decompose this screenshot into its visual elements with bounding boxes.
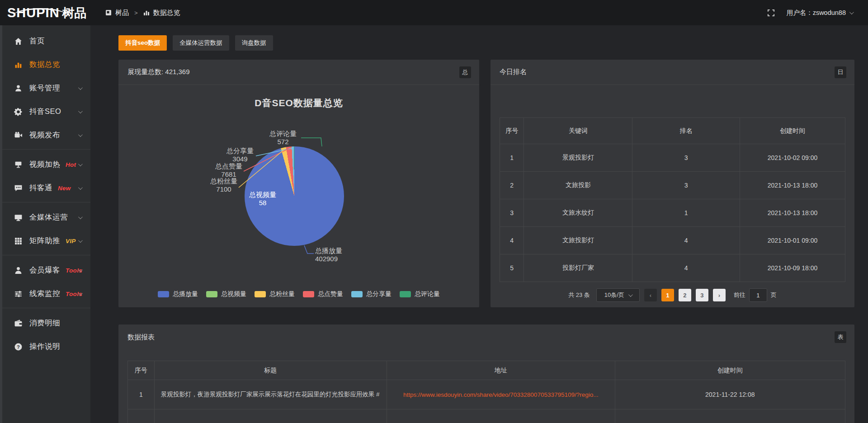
sidebar-item-lead-monitor[interactable]: 线索监控 Tools [2, 282, 90, 306]
chart-panel: 展现量总数: 421,369 总 D音SEO数据量总览 总评论量 572 总分享… [118, 60, 479, 307]
sidebar-item-data-overview[interactable]: 数据总览 [2, 53, 90, 76]
cell-created: 2021-10-09 18:00 [740, 254, 845, 282]
chevron-down-icon [78, 132, 83, 137]
sidebar-item-home[interactable]: 首页 [2, 29, 90, 53]
user-menu[interactable]: 用户名：zswodun88 [787, 9, 853, 17]
sidebar-divider [2, 202, 90, 202]
legend-item-plays[interactable]: 总播放量 [158, 290, 198, 298]
col-keyword: 关键词 [524, 118, 632, 144]
video-link[interactable]: https://www.iesdouyin.com/share/video/70… [403, 391, 599, 398]
col-index: 序号 [128, 361, 155, 380]
report-panel: 数据报表 表 序号 标题 地址 创建时间 1 景观投影灯，夜游景观投影灯厂家展示… [118, 324, 854, 423]
sidebar-divider [2, 255, 90, 255]
col-url: 地址 [387, 361, 615, 380]
table-row [128, 409, 845, 423]
chevron-down-icon [78, 162, 83, 166]
sidebar-item-spend-detail[interactable]: 消费明细 [2, 311, 90, 335]
page-button-2[interactable]: 2 [679, 289, 691, 301]
chevron-down-icon [628, 292, 633, 297]
sidebar-item-help[interactable]: ? 操作说明 [2, 335, 90, 358]
sidebar-item-douyin-seo[interactable]: 抖音SEO [2, 100, 90, 123]
sidebar-item-video-publish[interactable]: 视频发布 [2, 123, 90, 147]
monitor-icon [14, 213, 23, 222]
grid-icon [14, 237, 23, 245]
pie-label-comments: 总评论量 572 [266, 130, 300, 146]
bar-chart-mini-icon [143, 9, 150, 16]
sidebar-item-matrix-boost[interactable]: 矩阵助推 VIP [2, 229, 90, 253]
chevron-down-icon [849, 10, 854, 14]
cell-index: 3 [500, 199, 524, 227]
legend-item-videos[interactable]: 总视频量 [206, 290, 246, 298]
chevron-down-icon [78, 85, 83, 90]
total-toggle-button[interactable]: 总 [459, 66, 471, 78]
tab-omnimedia-data[interactable]: 全媒体运营数据 [173, 35, 229, 51]
sidebar-item-douketong[interactable]: 抖客通 New [2, 176, 90, 200]
app-logo[interactable]: SHUPIN 树品 [0, 6, 97, 19]
prev-page-button[interactable]: ‹ [644, 289, 657, 301]
pie-label-name: 总点赞量 [215, 162, 242, 170]
sidebar-item-account[interactable]: 账号管理 [2, 76, 90, 100]
table-toggle-button[interactable]: 表 [835, 331, 846, 343]
pie-label-shares: 总分享量 3049 [226, 147, 254, 163]
breadcrumb-root[interactable]: 树品 [115, 9, 129, 17]
chart-title: D音SEO数据量总览 [118, 97, 479, 109]
cell-created: 2021-10-01 09:00 [740, 227, 845, 254]
legend-label: 总点赞量 [318, 290, 343, 298]
gear-icon [14, 108, 23, 116]
sidebar-divider [2, 308, 90, 308]
pie-label-videos: 总视频量 58 [248, 191, 278, 207]
sidebar-item-video-heat[interactable]: 视频加热 Hot [2, 153, 90, 176]
user-label: 用户名：zswodun88 [787, 9, 846, 17]
legend-item-likes[interactable]: 总点赞量 [303, 290, 343, 298]
sidebar-item-label: 全媒体运营 [29, 212, 68, 222]
legend-item-fans[interactable]: 总粉丝量 [255, 290, 295, 298]
cell-created: 2021-11-22 12:08 [615, 380, 845, 409]
legend-label: 总播放量 [173, 290, 198, 298]
cell-index: 1 [128, 380, 155, 409]
chart-panel-header: 展现量总数: 421,369 [118, 60, 479, 85]
chat-icon [14, 184, 23, 193]
home-icon [14, 37, 23, 46]
sidebar-item-label: 首页 [29, 36, 45, 46]
page-size-select[interactable]: 10条/页 [596, 288, 640, 302]
col-created: 创建时间 [740, 118, 845, 144]
user-icon [14, 84, 23, 93]
sidebar: 首页 数据总览 账号管理 抖音SEO 视频发布 视频加热 Hot 抖客通 New… [0, 25, 90, 423]
goto-page: 前往 1 页 [734, 288, 777, 302]
page-button-3[interactable]: 3 [696, 289, 708, 301]
sidebar-item-label: 抖客通 [29, 183, 52, 193]
sidebar-item-member-tools[interactable]: 会员爆客 Tools [2, 258, 90, 282]
breadcrumb-current[interactable]: 数据总览 [153, 9, 180, 17]
wallet-icon [14, 319, 23, 328]
legend-item-shares[interactable]: 总分享量 [351, 290, 392, 298]
next-page-button[interactable]: › [713, 289, 726, 301]
chevron-down-icon [78, 215, 83, 219]
legend-label: 总视频量 [221, 290, 246, 298]
impressions-total: 展现量总数: 421,369 [127, 68, 190, 76]
member-icon [14, 266, 23, 275]
sidebar-item-label: 消费明细 [29, 318, 60, 328]
sidebar-item-omnimedia[interactable]: 全媒体运营 [2, 206, 90, 229]
question-icon: ? [14, 343, 23, 351]
cell-title [154, 409, 387, 423]
new-badge: New [58, 185, 71, 192]
tab-douyin-seo-data[interactable]: 抖音seo数据 [118, 35, 167, 51]
sidebar-item-label: 数据总览 [29, 60, 60, 70]
sidebar-item-label: 会员爆客 [29, 265, 60, 275]
tab-inquiry-data[interactable]: 询盘数据 [235, 35, 273, 51]
goto-unit: 页 [771, 291, 777, 299]
fullscreen-icon[interactable] [767, 9, 775, 17]
table-row: 3 文旅水纹灯 1 2021-10-13 18:00 [500, 199, 845, 227]
cell-keyword: 文旅水纹灯 [524, 199, 632, 227]
pie-label-value: 402909 [315, 255, 351, 263]
screen-icon [14, 160, 23, 169]
daily-toggle-button[interactable]: 日 [835, 66, 846, 78]
cell-index: 5 [500, 254, 524, 282]
legend-item-comments[interactable]: 总评论量 [400, 290, 440, 298]
cell-created [615, 409, 845, 423]
goto-page-input[interactable]: 1 [749, 288, 767, 302]
page-button-1[interactable]: 1 [661, 289, 674, 301]
breadcrumb-separator: > [134, 9, 138, 16]
table-row: 5 投影灯厂家 4 2021-10-09 18:00 [500, 254, 845, 282]
cell-rank: 4 [632, 227, 740, 254]
